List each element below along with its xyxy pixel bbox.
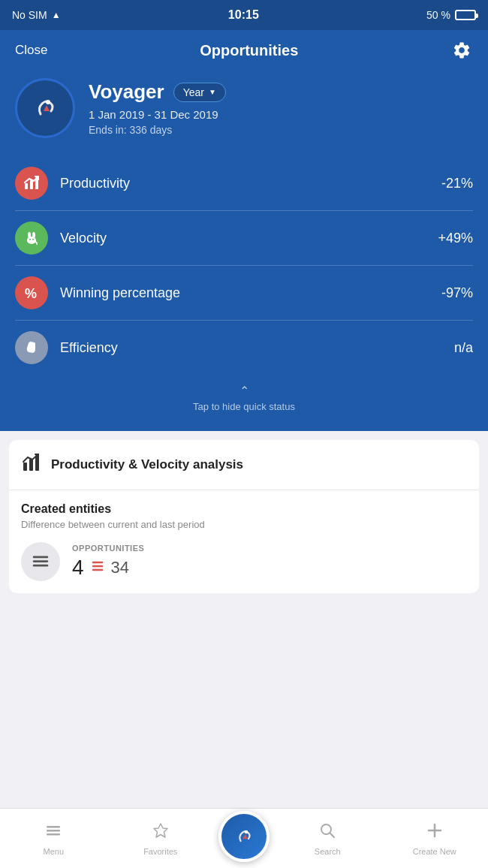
hand-icon [21, 337, 42, 358]
svg-point-7 [32, 232, 35, 238]
svg-point-1 [46, 100, 50, 104]
status-bar-right: 50 % [426, 9, 476, 21]
metric-productivity[interactable]: Productivity -21% [15, 156, 473, 211]
winning-percentage-value: -97% [441, 285, 473, 301]
profile-row: Voyager Year ▼ 1 Jan 2019 - 31 Dec 2019 … [15, 78, 473, 138]
opportunities-icon-bg [21, 542, 60, 581]
svg-rect-16 [33, 565, 49, 567]
metric-velocity[interactable]: Velocity +49% [15, 211, 473, 266]
analysis-card: Productivity & Velocity analysis Created… [9, 440, 479, 593]
opportunities-current: 4 [72, 556, 84, 580]
efficiency-value: n/a [454, 340, 473, 356]
close-button[interactable]: Close [15, 43, 47, 58]
period-label: Year [183, 86, 204, 98]
profile-name-row: Voyager Year ▼ [89, 80, 473, 104]
settings-button[interactable] [450, 39, 473, 62]
winning-percentage-label: Winning percentage [60, 285, 441, 301]
winning-icon: % [15, 276, 48, 309]
svg-rect-12 [29, 459, 33, 471]
plus-icon [426, 821, 444, 844]
tab-menu-label: Menu [43, 847, 64, 856]
percent-icon: % [21, 282, 42, 303]
status-bar-time: 10:15 [228, 8, 259, 22]
svg-point-6 [28, 232, 31, 238]
tab-center-fab [214, 809, 274, 868]
svg-rect-14 [33, 556, 49, 559]
svg-point-24 [245, 830, 249, 834]
opportunities-row: OPPORTUNITIES 4 34 [21, 542, 467, 581]
search-icon [318, 821, 336, 844]
svg-rect-2 [25, 183, 28, 189]
profile-dates: 1 Jan 2019 - 31 Dec 2019 [89, 108, 473, 121]
chevron-down-icon: ▼ [209, 88, 216, 96]
gear-icon [452, 41, 471, 60]
svg-rect-22 [47, 833, 60, 836]
svg-point-8 [29, 239, 31, 240]
svg-line-26 [330, 833, 335, 837]
svg-point-9 [32, 239, 34, 240]
battery-label: 50 % [426, 9, 450, 21]
productivity-label: Productivity [60, 176, 441, 191]
fab-logo-icon [230, 823, 258, 850]
opportunities-divider-icon [90, 559, 105, 577]
velocity-icon [15, 222, 48, 255]
page-title: Opportunities [200, 42, 298, 59]
productivity-value: -21% [441, 176, 473, 191]
velocity-label: Velocity [60, 231, 438, 246]
opportunities-last: 34 [111, 558, 129, 577]
profile-avatar [15, 78, 75, 138]
carrier-label: No SIM [12, 9, 47, 21]
opportunities-label: OPPORTUNITIES [72, 544, 467, 553]
opportunities-stats: OPPORTUNITIES 4 34 [72, 544, 467, 580]
metrics-list: Productivity -21% Velocity +49% [15, 156, 473, 375]
analysis-description: Difference between current and last peri… [21, 519, 467, 530]
tab-bar: Menu Favorites Search [0, 808, 488, 868]
battery-icon [455, 10, 476, 20]
profile-info: Voyager Year ▼ 1 Jan 2019 - 31 Dec 2019 … [89, 80, 473, 136]
analysis-subtitle: Created entities [21, 502, 467, 516]
hide-status-text: Tap to hide quick status [193, 401, 295, 412]
tab-search[interactable]: Search [274, 809, 381, 868]
svg-text:%: % [25, 286, 37, 301]
svg-rect-20 [47, 826, 60, 828]
status-bar-left: No SIM ▲ [12, 9, 61, 21]
opportunities-numbers: 4 34 [72, 556, 467, 580]
content-area: Productivity & Velocity analysis Created… [0, 431, 488, 602]
svg-rect-11 [23, 463, 27, 471]
svg-rect-15 [33, 560, 49, 562]
profile-ends: Ends in: 336 days [89, 124, 473, 136]
metric-efficiency[interactable]: Efficiency n/a [15, 321, 473, 375]
svg-rect-3 [30, 180, 33, 189]
svg-rect-21 [47, 830, 60, 832]
chart-icon [21, 452, 42, 478]
productivity-icon [15, 167, 48, 200]
menu-icon [44, 821, 62, 844]
wifi-icon: ▲ [52, 10, 61, 20]
tab-favorites[interactable]: Favorites [107, 809, 215, 868]
list-icon [30, 551, 51, 572]
profile-name: Voyager [89, 80, 164, 104]
velocity-value: +49% [438, 231, 473, 246]
trending-up-icon [23, 174, 41, 192]
period-selector[interactable]: Year ▼ [173, 83, 226, 102]
fab-button[interactable] [218, 811, 270, 862]
status-bar: No SIM ▲ 10:15 50 % [0, 0, 488, 30]
svg-marker-23 [154, 824, 167, 837]
star-icon [152, 821, 170, 844]
tab-create-new[interactable]: Create New [381, 809, 489, 868]
rabbit-icon [23, 229, 41, 247]
hide-status-button[interactable]: ⌃ Tap to hide quick status [15, 375, 473, 416]
bar-chart-icon [21, 452, 42, 473]
avatar-logo [27, 90, 63, 126]
analysis-title: Productivity & Velocity analysis [51, 457, 243, 472]
analysis-header[interactable]: Productivity & Velocity analysis [9, 440, 479, 490]
blue-section: Voyager Year ▼ 1 Jan 2019 - 31 Dec 2019 … [0, 71, 488, 431]
efficiency-label: Efficiency [60, 340, 454, 356]
efficiency-icon [15, 331, 48, 364]
tab-search-label: Search [315, 847, 341, 856]
header: Close Opportunities [0, 30, 488, 71]
tab-create-new-label: Create New [413, 847, 456, 856]
metric-winning-percentage[interactable]: % Winning percentage -97% [15, 266, 473, 321]
analysis-body: Created entities Difference between curr… [9, 490, 479, 593]
tab-menu[interactable]: Menu [0, 809, 107, 868]
